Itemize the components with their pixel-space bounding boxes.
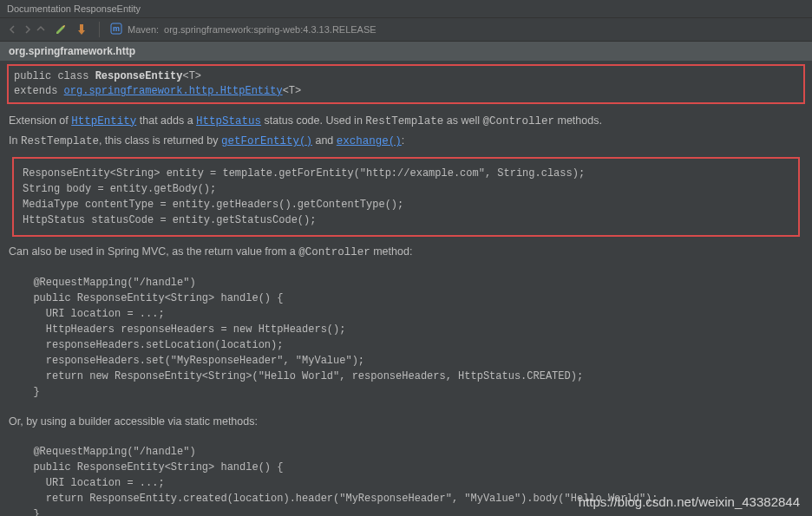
modifiers: public class — [14, 70, 95, 82]
module-name: org.springframework:spring-web:4.3.13.RE… — [164, 24, 377, 35]
controller-code: @Controller — [298, 246, 370, 258]
paragraph-1: Extension of HttpEntity that adds a Http… — [0, 111, 812, 132]
doc-content: public class ResponseEntity<T> extends o… — [0, 64, 812, 516]
text: Can also be used in Spring MVC, as the r… — [9, 245, 298, 258]
superclass-link[interactable]: org.springframework.http.HttpEntity — [64, 85, 283, 97]
toolbar: m Maven: org.springframework:spring-web:… — [0, 18, 812, 42]
text: method: — [370, 245, 413, 258]
nav-forward-icon[interactable] — [21, 23, 33, 36]
module-prefix: Maven: — [128, 24, 159, 35]
package-header: org.springframework.http — [0, 42, 812, 61]
resttemplate-code: RestTemplate — [21, 135, 99, 147]
pin-icon[interactable] — [75, 23, 88, 36]
code-sample-2: @RequestMapping("/handle") public Respon… — [12, 268, 800, 407]
svg-text:m: m — [113, 24, 120, 33]
resttemplate-code: RestTemplate — [365, 115, 443, 127]
nav-back-icon[interactable] — [7, 23, 19, 36]
getforentity-link[interactable]: getForEntity() — [221, 135, 312, 147]
edit-source-icon[interactable] — [54, 23, 68, 36]
controller-code: @Controller — [482, 115, 554, 127]
generic: <T> — [182, 70, 201, 82]
paragraph-3: Can also be used in Spring MVC, as the r… — [0, 242, 812, 263]
class-name: ResponseEntity — [95, 70, 183, 82]
text: Extension of — [9, 114, 71, 127]
package-name: org.springframework.http — [9, 45, 135, 57]
module-label: m Maven: org.springframework:spring-web:… — [110, 23, 377, 36]
text: status code. Used in — [261, 114, 365, 127]
toolbar-divider — [99, 22, 100, 37]
text: : — [402, 134, 404, 147]
text: as well — [443, 114, 482, 127]
code-sample-1: ResponseEntity<String> entity = template… — [12, 157, 800, 237]
window-title: Documentation ResponseEntity — [7, 3, 141, 14]
paragraph-2: In RestTemplate, this class is returned … — [0, 131, 812, 152]
title-bar: Documentation ResponseEntity — [0, 0, 812, 18]
text: and — [312, 134, 337, 147]
paragraph-4: Or, by using a builder accessible via st… — [0, 412, 812, 432]
text: In — [9, 134, 21, 147]
nav-up-icon[interactable] — [35, 23, 47, 36]
super-generic: <T> — [283, 85, 302, 97]
text: , this class is returned by — [99, 134, 221, 147]
signature-block: public class ResponseEntity<T> extends o… — [7, 64, 805, 104]
httpentity-link[interactable]: HttpEntity — [71, 115, 136, 127]
text: methods. — [554, 114, 602, 127]
maven-icon: m — [110, 23, 122, 36]
watermark: https://blog.csdn.net/weixin_43382844 — [579, 494, 800, 509]
exchange-link[interactable]: exchange() — [337, 135, 402, 147]
extends-kw: extends — [14, 85, 64, 97]
httpstatus-link[interactable]: HttpStatus — [196, 115, 261, 127]
text: that adds a — [136, 114, 196, 127]
svg-rect-0 — [80, 24, 83, 30]
nav-arrows — [7, 23, 47, 36]
